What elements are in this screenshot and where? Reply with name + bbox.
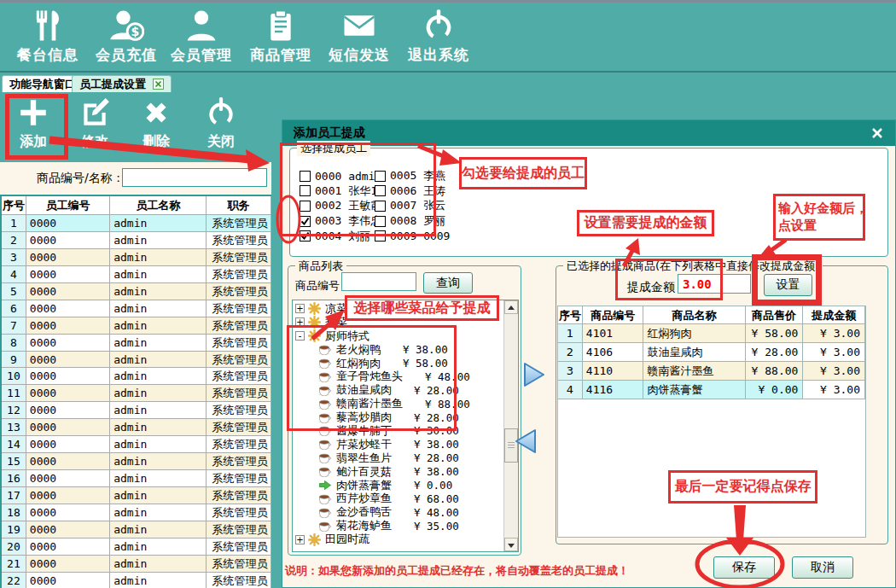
employee-row[interactable]: 120000admin系统管理员 bbox=[2, 402, 271, 419]
toolbar-button-table-info[interactable]: 餐台信息 bbox=[10, 8, 85, 71]
tree-item-row[interactable]: 金沙香鸭舌¥ 48.00 bbox=[293, 505, 503, 519]
employee-option[interactable]: 0002 王敏霞 bbox=[300, 199, 381, 212]
toolbar-button-member-manage[interactable]: 会员管理 bbox=[164, 8, 239, 71]
tree-item-row[interactable]: 鲍汁百灵菇¥ 38.00 bbox=[293, 465, 503, 479]
save-button[interactable]: 保存 bbox=[713, 556, 775, 579]
employee-row[interactable]: 50000admin系统管理员 bbox=[2, 283, 271, 300]
dialog-close-icon[interactable] bbox=[871, 127, 883, 139]
tree-scrollbar[interactable] bbox=[503, 300, 518, 551]
tree-category-row[interactable]: +凉菜 bbox=[293, 302, 503, 316]
employee-option[interactable]: 0005 李燕 bbox=[375, 169, 445, 183]
employee-row[interactable]: 90000admin系统管理员 bbox=[2, 352, 271, 369]
toolbar-button-product-manage[interactable]: 商品管理 bbox=[243, 8, 318, 71]
employee-option[interactable]: 0003 李伟忠 bbox=[300, 214, 381, 228]
employee-row[interactable]: 60000admin系统管理员 bbox=[2, 300, 271, 317]
cell: 16 bbox=[2, 470, 26, 487]
employee-option[interactable]: 0000 admin bbox=[300, 169, 381, 183]
toolbar-button-sms-send[interactable]: 短信发送 bbox=[322, 8, 397, 71]
tree-item-row[interactable]: 翡翠生鱼片¥ 28.00 bbox=[293, 451, 503, 465]
product-search-input[interactable] bbox=[122, 168, 267, 187]
selected-row[interactable]: 24106鼓油皇咸肉¥ 28.00¥ 3.00 bbox=[558, 343, 865, 362]
employee-row[interactable]: 190000admin系统管理员 bbox=[2, 521, 271, 539]
employee-option[interactable]: 0001 张华1 bbox=[300, 184, 377, 198]
employee-row[interactable]: 150000admin系统管理员 bbox=[2, 453, 271, 470]
move-right-icon[interactable] bbox=[523, 362, 545, 387]
employee-option[interactable]: 0006 王涛 bbox=[375, 184, 445, 198]
cell: 0000 bbox=[26, 232, 110, 249]
employee-checkbox[interactable] bbox=[300, 216, 311, 227]
employee-row[interactable]: 170000admin系统管理员 bbox=[2, 487, 271, 504]
employee-row[interactable]: 220000admin系统管理员 bbox=[2, 573, 271, 588]
tree-expander-icon[interactable]: + bbox=[295, 535, 305, 544]
employee-row[interactable]: 110000admin系统管理员 bbox=[2, 385, 271, 402]
employee-row[interactable]: 20000admin系统管理员 bbox=[2, 232, 271, 249]
employee-checkbox[interactable] bbox=[375, 171, 386, 182]
employee-checkbox[interactable] bbox=[375, 230, 386, 242]
employee-option[interactable]: 0008 罗丽 bbox=[375, 214, 445, 228]
tab-commission-settings[interactable]: 员工提成设置 bbox=[72, 75, 172, 92]
action-button-close[interactable]: 关闭 bbox=[195, 96, 247, 159]
tree-item-row[interactable]: 酱爆牛腩丁¥ 30.00 bbox=[293, 424, 503, 438]
tree-item-row[interactable]: 鼓油皇咸肉¥ 28.00 bbox=[293, 383, 503, 397]
move-left-icon[interactable] bbox=[515, 428, 537, 454]
selected-row[interactable]: 44116肉饼蒸膏蟹¥ 0.00¥ 3.00 bbox=[558, 381, 865, 399]
cell: 1 bbox=[558, 324, 583, 343]
tree-item-row[interactable]: 老火焖鸭¥ 38.00 bbox=[293, 343, 503, 357]
employee-row[interactable]: 70000admin系统管理员 bbox=[2, 317, 271, 335]
tree-expander-icon[interactable]: + bbox=[295, 304, 305, 313]
action-button-edit[interactable]: 修改 bbox=[68, 96, 121, 159]
employee-row[interactable]: 140000admin系统管理员 bbox=[2, 436, 271, 453]
employee-row[interactable]: 100000admin系统管理员 bbox=[2, 368, 271, 385]
tree-item-row[interactable]: 藜蒿炒腊肉¥ 28.00 bbox=[293, 410, 503, 424]
employee-checkbox[interactable] bbox=[300, 185, 311, 196]
scroll-down-icon[interactable] bbox=[504, 538, 518, 551]
employee-option[interactable]: 0007 张云 bbox=[375, 199, 445, 212]
employee-row[interactable]: 210000admin系统管理员 bbox=[2, 556, 271, 573]
cup-icon bbox=[318, 521, 332, 532]
employee-checkbox[interactable] bbox=[300, 201, 311, 212]
tree-item-row[interactable]: 芹菜炒蛏干¥ 38.00 bbox=[293, 438, 503, 451]
employee-checkbox[interactable] bbox=[375, 216, 386, 227]
action-button-add[interactable]: 添加 bbox=[7, 96, 60, 159]
toolbar-button-exit-system[interactable]: 退出系统 bbox=[401, 8, 476, 71]
employee-row[interactable]: 180000admin系统管理员 bbox=[2, 504, 271, 521]
commission-amount-input[interactable] bbox=[678, 274, 751, 294]
tree-category-row[interactable]: +田园时蔬 bbox=[293, 533, 503, 546]
tree-category-row[interactable]: +热菜 bbox=[293, 316, 503, 329]
employee-checkbox[interactable] bbox=[375, 201, 386, 212]
cell: 0000 bbox=[26, 470, 110, 487]
query-button[interactable]: 查询 bbox=[423, 272, 473, 294]
toolbar-button-member-recharge[interactable]: $会员充值 bbox=[89, 8, 164, 71]
employee-row[interactable]: 10000admin系统管理员 bbox=[2, 215, 271, 232]
employee-checkbox[interactable] bbox=[300, 230, 311, 242]
tree-item-row[interactable]: 肉饼蒸膏蟹¥ 0.00 bbox=[293, 479, 503, 492]
employee-row[interactable]: 160000admin系统管理员 bbox=[2, 470, 271, 487]
employee-row[interactable]: 200000admin系统管理员 bbox=[2, 539, 271, 556]
set-button[interactable]: 设置 bbox=[764, 274, 812, 296]
product-code-input[interactable] bbox=[341, 272, 416, 291]
employee-option[interactable]: 0004 刘丽 bbox=[300, 230, 370, 243]
employee-checkbox[interactable] bbox=[300, 171, 311, 182]
tree-category-row[interactable]: -厨师特式 bbox=[293, 329, 503, 343]
tree-item-row[interactable]: 童子骨炖鱼头¥ 48.00 bbox=[293, 370, 503, 383]
tree-item-row[interactable]: 赣南酱汁墨鱼¥ 88.00 bbox=[293, 397, 503, 410]
employee-option[interactable]: 0009 0009 bbox=[375, 230, 450, 243]
scroll-up-icon[interactable] bbox=[504, 300, 518, 314]
employee-row[interactable]: 130000admin系统管理员 bbox=[2, 419, 271, 436]
category-flower-icon bbox=[308, 302, 321, 315]
employee-checkbox[interactable] bbox=[375, 185, 386, 196]
tree-expander-icon[interactable]: - bbox=[295, 331, 305, 341]
column-header: 商品名称 bbox=[643, 306, 745, 324]
cancel-button[interactable]: 取消 bbox=[792, 556, 853, 579]
employee-row[interactable]: 30000admin系统管理员 bbox=[2, 249, 271, 266]
tree-item-row[interactable]: 西芹炒章鱼¥ 68.00 bbox=[293, 492, 503, 505]
employee-row[interactable]: 40000admin系统管理员 bbox=[2, 266, 271, 283]
tree-item-row[interactable]: 红焖狗肉¥ 58.00 bbox=[293, 357, 503, 370]
tree-item-row[interactable]: 菊花海鲈鱼¥ 35.00 bbox=[293, 519, 503, 533]
selected-row[interactable]: 34110赣南酱汁墨鱼¥ 88.00¥ 3.00 bbox=[558, 362, 865, 381]
tree-expander-icon[interactable]: + bbox=[295, 317, 305, 327]
employee-row[interactable]: 80000admin系统管理员 bbox=[2, 335, 271, 352]
selected-row[interactable]: 14101红焖狗肉¥ 58.00¥ 3.00 bbox=[558, 324, 865, 343]
tab-close-icon[interactable] bbox=[153, 79, 164, 90]
action-button-delete[interactable]: 删除 bbox=[130, 96, 183, 159]
